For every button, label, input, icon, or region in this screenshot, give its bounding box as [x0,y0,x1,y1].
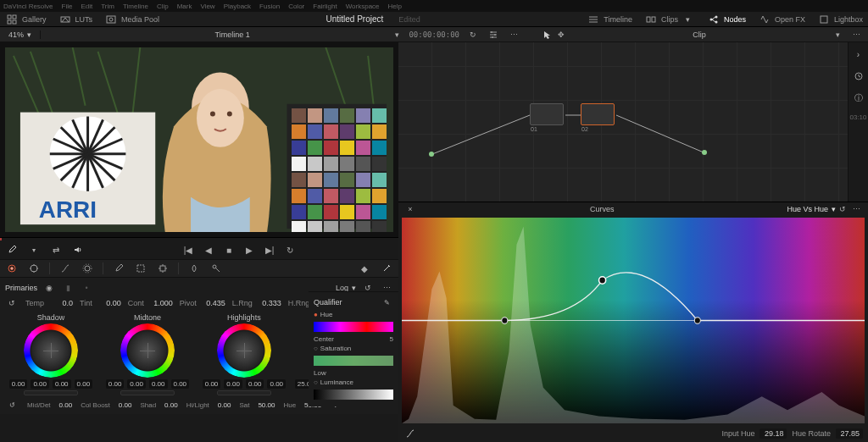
master-slider[interactable] [217,390,271,395]
toolbar-nodes-toggle[interactable]: Nodes [707,13,746,26]
keyframe-icon[interactable]: ◆ [358,262,371,275]
menu-file[interactable]: File [62,3,73,10]
color-wheels-icon[interactable] [5,262,19,275]
target-icon[interactable] [27,262,41,275]
node-input-dot[interactable] [429,152,434,157]
wheel-val[interactable]: 0.00 [75,379,93,389]
node-02[interactable]: 02 [581,103,615,125]
menu-trim[interactable]: Trim [101,3,114,10]
chevron-down-icon[interactable]: ▾ [831,28,844,41]
wheel-val[interactable]: 0.00 [203,379,221,389]
eyedropper-icon[interactable] [5,243,19,257]
wheels-mode-icon[interactable]: ◉ [42,281,56,295]
menu-clip[interactable]: Clip [157,3,169,10]
prev-clip-icon[interactable]: |◀ [181,243,195,257]
toolbar-timeline-toggle[interactable]: Timeline [587,13,632,26]
menu-view[interactable]: View [200,3,214,10]
colboost-value[interactable]: 0.00 [119,401,132,409]
speaker-icon[interactable] [71,243,85,257]
timeline-name-chevron[interactable]: ▾ [390,28,403,41]
options-icon[interactable]: ⋯ [849,202,863,216]
center-value[interactable]: 5 [390,335,393,343]
menu-timeline[interactable]: Timeline [123,3,148,10]
hand-icon[interactable]: ✥ [554,28,568,41]
curves-mode-dropdown[interactable]: Hue Vs Hue ▾ [787,205,836,213]
next-clip-icon[interactable]: ▶| [263,243,276,257]
reset-bottom-icon[interactable]: ↺ [5,398,19,412]
menu-fusion[interactable]: Fusion [259,3,280,10]
info-icon[interactable]: ⓘ [852,91,865,105]
toolbar-luts[interactable]: LUTs [58,13,93,26]
clock-icon[interactable] [852,69,865,83]
close-icon[interactable]: × [403,202,417,216]
toolbar-openfx-toggle[interactable]: Open FX [758,13,805,26]
master-slider[interactable] [24,390,78,395]
spline-icon[interactable] [403,427,417,440]
qualifier-icon[interactable] [112,262,125,275]
lum-swatch[interactable] [314,390,393,400]
toolbar-clips-toggle[interactable]: Clips ▾ [644,13,695,26]
wheel-val[interactable]: 0.00 [106,379,125,389]
window-icon[interactable] [134,262,147,275]
node-output-dot[interactable] [702,150,707,155]
magic-wand-icon[interactable]: ✎ [380,296,393,309]
sat-value[interactable]: 50.00 [258,401,275,409]
sliders-icon[interactable] [487,28,500,41]
viewer-image[interactable]: ARRI [5,47,393,232]
node-01[interactable]: 01 [530,103,564,125]
options-icon[interactable]: ⋯ [849,28,863,41]
tint-value[interactable]: 0.00 [99,299,121,307]
menu-help[interactable]: Help [388,3,402,10]
reset-icon[interactable]: ↺ [836,202,849,216]
sat-swatch[interactable] [314,356,393,366]
wheel-val[interactable]: 0.00 [171,379,190,389]
shad-value[interactable]: 0.00 [164,401,178,409]
pointer-icon[interactable] [541,28,554,41]
reset-params-icon[interactable]: ↺ [5,296,19,310]
menu-fairlight[interactable]: Fairlight [313,3,337,10]
loop-icon[interactable]: ↻ [466,28,480,41]
wheel-val[interactable]: 0.00 [31,379,49,389]
temp-value[interactable]: 0.0 [51,299,73,307]
tracker-icon[interactable] [156,262,170,275]
options-icon[interactable]: ⋯ [507,28,520,41]
menu-workspace[interactable]: Workspace [346,3,380,10]
zoom-dropdown[interactable]: 41%▾ [0,30,41,39]
bars-mode-icon[interactable]: ▮ [61,281,75,295]
play-icon[interactable]: ▶ [242,243,256,257]
loop-icon[interactable]: ↻ [283,243,297,257]
color-wheel[interactable] [24,323,78,378]
timecode[interactable]: 00:00:00:00 [409,30,459,39]
swap-icon[interactable]: ⇄ [49,243,63,257]
stop-icon[interactable]: ■ [222,243,236,257]
curves-icon[interactable] [58,262,72,275]
hilight-value[interactable]: 0.00 [218,401,231,409]
hue-rotate-value[interactable]: 27.85 [836,428,863,439]
menu-color[interactable]: Color [288,3,304,10]
color-wheel[interactable] [120,323,175,378]
node-graph[interactable]: 01 02 [398,42,868,202]
pivot-value[interactable]: 0.435 [203,299,225,307]
toolbar-gallery[interactable]: Gallery [5,13,47,26]
lrng-value[interactable]: 0.333 [259,299,281,307]
wheel-val[interactable]: 0.00 [53,379,71,389]
cont-value[interactable]: 1.000 [151,299,173,307]
middet-value[interactable]: 0.00 [59,401,73,409]
wheel-val[interactable]: 0.00 [224,379,242,389]
expand-icon[interactable]: › [852,47,865,61]
chevron-down-icon[interactable]: ▾ [27,243,41,257]
scrub-bar[interactable] [0,237,398,240]
wheel-val[interactable]: 0.00 [127,379,146,389]
menu-edit[interactable]: Edit [81,3,92,10]
log-mode-icon[interactable]: • [80,281,93,295]
master-slider[interactable] [120,390,175,395]
toolbar-lightbox-toggle[interactable]: Lightbox [817,13,863,26]
key-icon[interactable] [209,262,223,275]
curves-graph[interactable] [402,218,865,423]
wheel-val[interactable]: 0.00 [267,379,286,389]
menu-playback[interactable]: Playback [224,3,251,10]
wheel-val[interactable]: 0.00 [9,379,28,389]
step-back-icon[interactable]: ◀ [202,243,215,257]
wheel-val[interactable]: 0.00 [149,379,168,389]
warper-icon[interactable] [81,262,94,275]
